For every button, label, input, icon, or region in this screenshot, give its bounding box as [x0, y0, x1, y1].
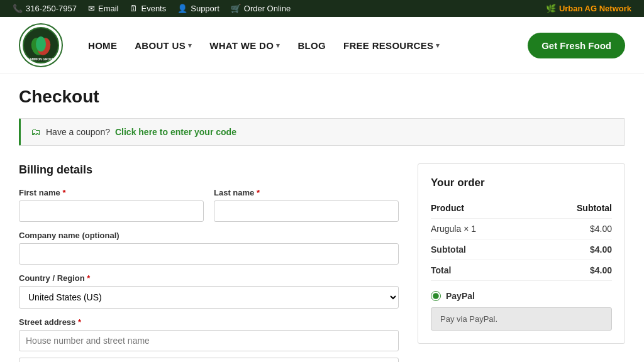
- apt-group: [19, 358, 399, 362]
- last-name-group: Last name *: [214, 188, 399, 222]
- last-name-label: Last name *: [214, 188, 399, 197]
- svg-text:KAMMON GROUP: KAMMON GROUP: [28, 57, 55, 61]
- svg-point-3: [36, 36, 46, 52]
- pay-via-paypal-button[interactable]: Pay via PayPal.: [431, 307, 612, 331]
- apt-input[interactable]: [19, 358, 399, 362]
- order-summary: Your order Product Subtotal Arugula × 1 …: [418, 163, 625, 344]
- top-bar: 📞 316-250-7957 ✉ Email 🗓 Events 👤 Suppor…: [0, 0, 644, 17]
- support-label: Support: [191, 4, 219, 13]
- checkout-layout: Billing details First name * Last name *: [19, 163, 625, 362]
- payment-label: PayPal: [446, 291, 475, 301]
- required-marker: *: [257, 188, 260, 197]
- total-label: Total: [431, 260, 533, 281]
- main-nav: HOME ABOUT US ▾ WHAT WE DO ▾ BLOG FREE R…: [88, 40, 528, 51]
- billing-title: Billing details: [19, 163, 399, 177]
- email-label: Email: [98, 4, 119, 13]
- country-group: Country / Region * United States (US): [19, 273, 399, 309]
- page-content: Checkout 🗂 Have a coupon? Click here to …: [0, 74, 644, 362]
- company-group: Company name (optional): [19, 231, 399, 265]
- chevron-down-icon: ▾: [436, 41, 440, 50]
- phone-number: 316-250-7957: [26, 4, 77, 13]
- chevron-down-icon: ▾: [188, 41, 192, 50]
- required-marker: *: [87, 273, 90, 283]
- subtotal-value: $4.00: [533, 239, 612, 260]
- subtotal-label: Subtotal: [431, 239, 533, 260]
- street-input[interactable]: [19, 330, 399, 351]
- chevron-down-icon: ▾: [276, 41, 280, 50]
- nav-item-home[interactable]: HOME: [88, 40, 117, 51]
- nav-label-blog: BLOG: [297, 40, 326, 51]
- phone-item[interactable]: 📞 316-250-7957: [13, 4, 77, 13]
- product-header: Product: [431, 198, 533, 219]
- nav-label-free-resources: FREE RESOURCES: [343, 40, 433, 51]
- name-row: First name * Last name *: [19, 188, 399, 222]
- coupon-bar: 🗂 Have a coupon? Click here to enter you…: [19, 118, 625, 146]
- total-value: $4.00: [533, 260, 612, 281]
- header: KAMMON GROUP HOME ABOUT US ▾ WHAT WE DO …: [0, 17, 644, 74]
- total-row: Total $4.00: [431, 260, 612, 281]
- nav-item-blog[interactable]: BLOG: [297, 40, 326, 51]
- events-icon: 🗓: [130, 4, 138, 13]
- payment-section: PayPal Pay via PayPal.: [431, 291, 612, 331]
- events-item[interactable]: 🗓 Events: [130, 4, 166, 13]
- events-label: Events: [141, 4, 166, 13]
- first-name-group: First name *: [19, 188, 204, 222]
- required-marker: *: [78, 317, 81, 327]
- country-label: Country / Region *: [19, 273, 399, 283]
- coupon-icon: 🗂: [31, 126, 41, 138]
- last-name-input[interactable]: [214, 200, 399, 222]
- page-title: Checkout: [19, 87, 625, 107]
- product-price: $4.00: [533, 219, 612, 239]
- order-table-header: Product Subtotal: [431, 198, 612, 219]
- support-icon: 👤: [177, 4, 187, 13]
- support-item[interactable]: 👤 Support: [177, 4, 219, 13]
- street-group: Street address *: [19, 317, 399, 351]
- billing-section: Billing details First name * Last name *: [19, 163, 399, 362]
- coupon-text: Have a coupon?: [46, 127, 110, 137]
- subtotal-header: Subtotal: [533, 198, 612, 219]
- nav-item-what-we-do[interactable]: WHAT WE DO ▾: [209, 40, 280, 51]
- order-title: Your order: [431, 177, 612, 189]
- nav-item-free-resources[interactable]: FREE RESOURCES ▾: [343, 40, 440, 51]
- company-input[interactable]: [19, 243, 399, 265]
- nav-label-home: HOME: [88, 40, 117, 51]
- first-name-label: First name *: [19, 188, 204, 197]
- top-bar-left: 📞 316-250-7957 ✉ Email 🗓 Events 👤 Suppor…: [13, 4, 291, 13]
- get-fresh-button[interactable]: Get Fresh Food: [528, 33, 625, 58]
- email-item[interactable]: ✉ Email: [88, 4, 119, 13]
- network-link[interactable]: 🌿 Urban AG Network: [546, 4, 631, 13]
- order-online-item[interactable]: 🛒 Order Online: [231, 4, 291, 13]
- product-name: Arugula × 1: [431, 219, 533, 239]
- cart-icon: 🛒: [231, 4, 241, 13]
- nav-item-about[interactable]: ABOUT US ▾: [135, 40, 192, 51]
- network-label: Urban AG Network: [559, 4, 631, 13]
- payment-option-paypal: PayPal: [431, 291, 612, 301]
- nav-label-what-we-do: WHAT WE DO: [209, 40, 274, 51]
- network-icon: 🌿: [546, 4, 556, 13]
- street-label: Street address *: [19, 317, 399, 327]
- order-table: Product Subtotal Arugula × 1 $4.00 Subto…: [431, 198, 612, 281]
- nav-label-about: ABOUT US: [135, 40, 186, 51]
- order-online-label: Order Online: [244, 4, 291, 13]
- email-icon: ✉: [88, 4, 95, 13]
- first-name-input[interactable]: [19, 200, 204, 222]
- company-label: Company name (optional): [19, 231, 399, 240]
- paypal-radio[interactable]: [431, 291, 441, 301]
- table-row: Arugula × 1 $4.00: [431, 219, 612, 239]
- required-marker: *: [62, 188, 65, 197]
- country-select[interactable]: United States (US): [19, 286, 399, 309]
- phone-icon: 📞: [13, 4, 23, 13]
- coupon-link[interactable]: Click here to enter your code: [115, 127, 236, 137]
- subtotal-row: Subtotal $4.00: [431, 239, 612, 260]
- logo[interactable]: KAMMON GROUP: [19, 23, 63, 67]
